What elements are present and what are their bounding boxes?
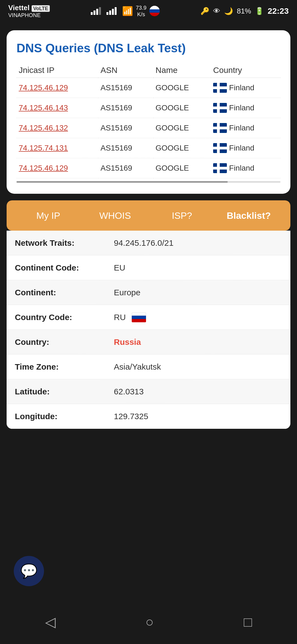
table-row: 74.125.46.143 AS15169 GOOGLE Finland bbox=[16, 98, 280, 118]
recents-button[interactable]: □ bbox=[244, 614, 252, 630]
battery-icon: 🔋 bbox=[255, 7, 264, 15]
chat-icon: 💬 bbox=[20, 563, 37, 579]
cell-country: Finland bbox=[211, 98, 280, 118]
cell-name: GOOGLE bbox=[153, 138, 211, 158]
tab-whois[interactable]: WHOIS bbox=[82, 208, 148, 224]
finland-flag bbox=[213, 103, 227, 113]
country-name: Finland bbox=[229, 144, 254, 152]
speed-display: 73.9K/s bbox=[136, 4, 147, 18]
info-value-cell: 62.0313 bbox=[108, 381, 290, 402]
info-row: Latitude: 62.0313 bbox=[7, 379, 290, 404]
cell-country: Finland bbox=[211, 158, 280, 178]
col-name: Name bbox=[153, 63, 211, 78]
cell-asn: AS15169 bbox=[98, 78, 153, 98]
cell-asn: AS15169 bbox=[98, 158, 153, 178]
info-value-cell: 129.7325 bbox=[108, 406, 290, 427]
table-row: 74.125.74.131 AS15169 GOOGLE Finland bbox=[16, 138, 280, 158]
cell-ip[interactable]: 74.125.74.131 bbox=[16, 138, 98, 158]
signal-bars-1 bbox=[91, 7, 101, 15]
cell-country: Finland bbox=[211, 138, 280, 158]
country-name: Finland bbox=[229, 124, 254, 132]
table-row: 74.125.46.129 AS15169 GOOGLE Finland bbox=[16, 78, 280, 98]
country-code-value: RU bbox=[114, 313, 126, 322]
info-label: Continent Code: bbox=[7, 257, 108, 279]
cell-ip[interactable]: 74.125.46.132 bbox=[16, 118, 98, 138]
cell-asn: AS15169 bbox=[98, 98, 153, 118]
cell-country: Finland bbox=[211, 78, 280, 98]
country-name: Finland bbox=[229, 103, 254, 112]
signal-bars-2 bbox=[106, 7, 117, 15]
finland-flag bbox=[213, 163, 227, 173]
table-header: Jnicast IP ASN Name Country bbox=[16, 63, 280, 78]
cell-country: Finland bbox=[211, 118, 280, 138]
cell-ip[interactable]: 74.125.46.143 bbox=[16, 98, 98, 118]
info-row: Country: Russia bbox=[7, 330, 290, 354]
info-row: Network Traits: 94.245.176.0/21 bbox=[7, 231, 290, 255]
info-value-cell: Europe bbox=[108, 282, 290, 303]
cell-ip[interactable]: 74.125.46.129 bbox=[16, 158, 98, 178]
finland-flag bbox=[213, 83, 227, 93]
scroll-hint bbox=[16, 181, 280, 183]
info-label: Network Traits: bbox=[7, 232, 108, 254]
table-row: 74.125.46.129 AS15169 GOOGLE Finland bbox=[16, 158, 280, 178]
cell-name: GOOGLE bbox=[153, 78, 211, 98]
carrier-name: Viettel VoLTE bbox=[8, 4, 50, 12]
carrier-info: Viettel VoLTE VINAPHONE bbox=[8, 4, 50, 18]
col-ip: Jnicast IP bbox=[16, 63, 98, 78]
flag-icon bbox=[149, 6, 160, 16]
info-value-cell: Asia/Yakutsk bbox=[108, 356, 290, 378]
info-row: Time Zone: Asia/Yakutsk bbox=[7, 354, 290, 379]
cell-name: GOOGLE bbox=[153, 158, 211, 178]
home-button[interactable]: ○ bbox=[145, 614, 154, 630]
info-label: Country Code: bbox=[7, 307, 108, 328]
chat-bubble[interactable]: 💬 bbox=[14, 556, 44, 586]
info-row: Country Code: RU bbox=[7, 305, 290, 330]
dns-table: Jnicast IP ASN Name Country 74.125.46.12… bbox=[16, 63, 280, 178]
info-label: Country: bbox=[7, 331, 108, 353]
russia-flag bbox=[132, 312, 146, 322]
provider-name: VINAPHONE bbox=[8, 12, 50, 18]
back-button[interactable]: ◁ bbox=[45, 614, 56, 630]
info-row: Continent Code: EU bbox=[7, 255, 290, 280]
status-bar: Viettel VoLTE VINAPHONE 📶 73.9K/s 🔑 👁 🌙 bbox=[0, 0, 297, 22]
info-row: Longitude: 129.7325 bbox=[7, 404, 290, 429]
wifi-icon: 📶 bbox=[122, 6, 133, 16]
info-value-cell: RU bbox=[108, 306, 290, 328]
country-value: Russia bbox=[114, 337, 141, 346]
moon-icon: 🌙 bbox=[224, 7, 233, 15]
info-value: 129.7325 bbox=[114, 412, 148, 421]
tab-blacklist[interactable]: Blacklist? bbox=[215, 208, 282, 224]
info-label: Continent: bbox=[7, 282, 108, 303]
cell-name: GOOGLE bbox=[153, 98, 211, 118]
signal-area: 📶 73.9K/s bbox=[91, 4, 160, 18]
info-label: Latitude: bbox=[7, 381, 108, 402]
info-card: Network Traits: 94.245.176.0/21 Continen… bbox=[7, 231, 290, 429]
finland-flag bbox=[213, 123, 227, 133]
dns-title: DNS Queries (DNS Leak Test) bbox=[16, 41, 280, 55]
info-value: Asia/Yakutsk bbox=[114, 362, 161, 371]
col-asn: ASN bbox=[98, 63, 153, 78]
info-label: Longitude: bbox=[7, 406, 108, 427]
info-label: Time Zone: bbox=[7, 356, 108, 378]
scroll-thumb bbox=[16, 181, 228, 183]
clock: 22:23 bbox=[268, 6, 289, 16]
battery-level: 81% bbox=[237, 7, 251, 15]
info-value-cell: Russia bbox=[108, 331, 290, 353]
country-name: Finland bbox=[229, 164, 254, 173]
tab-isp[interactable]: ISP? bbox=[148, 208, 215, 224]
info-value: 62.0313 bbox=[114, 387, 144, 396]
key-icon: 🔑 bbox=[200, 7, 209, 15]
info-row: Continent: Europe bbox=[7, 280, 290, 305]
cell-asn: AS15169 bbox=[98, 118, 153, 138]
nav-tabs-bar: My IP WHOIS ISP? Blacklist? bbox=[7, 200, 290, 231]
cell-ip[interactable]: 74.125.46.129 bbox=[16, 78, 98, 98]
col-country: Country bbox=[211, 63, 280, 78]
info-value: EU bbox=[114, 263, 125, 272]
cell-asn: AS15169 bbox=[98, 138, 153, 158]
finland-flag bbox=[213, 143, 227, 153]
tab-my-ip[interactable]: My IP bbox=[15, 208, 82, 224]
info-value: 94.245.176.0/21 bbox=[114, 238, 174, 247]
bottom-nav: ◁ ○ □ bbox=[0, 600, 297, 644]
info-value-cell: EU bbox=[108, 257, 290, 279]
main-content: DNS Queries (DNS Leak Test) Jnicast IP A… bbox=[0, 22, 297, 437]
